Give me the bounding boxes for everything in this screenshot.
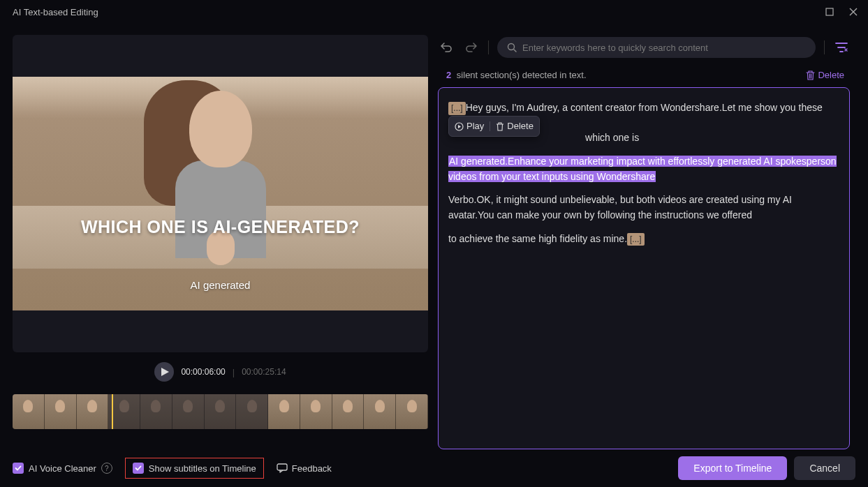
transcript-text[interactable]: which one is — [585, 132, 639, 143]
voice-cleaner-label: AI Voice Cleaner — [29, 463, 96, 474]
playback-bar: 00:00:06:00 | 00:00:25:14 — [13, 352, 428, 391]
export-button[interactable]: Export to Timeline — [678, 456, 787, 480]
right-panel: 2 silent section(s) detected in text. De… — [438, 35, 850, 449]
maximize-icon[interactable] — [823, 6, 836, 18]
transcript-text[interactable]: to achieve the same high fidelity as min… — [448, 233, 627, 244]
svg-rect-0 — [826, 8, 833, 15]
search-icon — [507, 43, 517, 52]
timeline-thumb[interactable] — [332, 394, 365, 429]
delete-selection-button[interactable]: Delete — [496, 119, 534, 133]
filter-button[interactable] — [833, 39, 850, 56]
silence-marker[interactable]: [...] — [448, 102, 466, 115]
delete-label: Delete — [818, 70, 844, 80]
transcript-highlight[interactable]: AI generated.Enhance your marketing impa… — [448, 156, 837, 182]
timeline-thumb[interactable] — [364, 394, 396, 429]
detection-label: silent section(s) detected in text. — [457, 70, 587, 80]
detection-bar: 2 silent section(s) detected in text. De… — [438, 67, 850, 87]
selection-menu: Play Delete — [448, 116, 540, 137]
feedback-icon — [277, 463, 288, 473]
play-icon — [161, 368, 169, 376]
playhead[interactable] — [112, 394, 113, 429]
time-total: 00:00:25:14 — [242, 367, 286, 377]
footer-left: AI Voice Cleaner ? Show subtitles on Tim… — [13, 458, 332, 479]
timeline-thumb[interactable] — [172, 394, 205, 429]
silence-marker[interactable]: [...] — [627, 233, 645, 246]
video-overlay-subtitle: AI generated — [191, 279, 251, 291]
search-input[interactable] — [522, 43, 806, 53]
transcript-toolbar — [438, 35, 850, 60]
svg-rect-3 — [277, 464, 287, 470]
footer: AI Voice Cleaner ? Show subtitles on Tim… — [0, 449, 868, 487]
feedback-label: Feedback — [292, 463, 332, 474]
video-canvas[interactable]: WHICH ONE IS AI-GENERATED? AI generated — [13, 77, 428, 310]
video-preview: WHICH ONE IS AI-GENERATED? AI generated — [13, 35, 428, 352]
transcript-line[interactable]: Verbo.OK, it might sound unbelievable, b… — [448, 193, 839, 223]
timeline-thumb[interactable] — [140, 394, 172, 429]
filter-icon — [835, 42, 848, 53]
time-current: 00:00:06:00 — [181, 367, 225, 377]
feedback-button[interactable]: Feedback — [277, 463, 332, 474]
redo-icon — [465, 41, 478, 54]
play-label: Play — [466, 119, 484, 133]
help-icon[interactable]: ? — [101, 463, 112, 474]
undo-icon — [440, 41, 453, 54]
titlebar: AI Text-based Editing — [0, 0, 868, 24]
timeline-thumb[interactable] — [205, 394, 237, 429]
detection-count: 2 — [446, 70, 451, 80]
separator — [488, 40, 489, 54]
timeline-thumb[interactable] — [45, 394, 77, 429]
timeline-thumb[interactable] — [396, 394, 428, 429]
delete-label: Delete — [507, 119, 534, 133]
left-panel: WHICH ONE IS AI-GENERATED? AI generated … — [13, 35, 428, 449]
undo-button[interactable] — [438, 39, 455, 56]
redo-button[interactable] — [463, 39, 480, 56]
video-subject — [158, 91, 284, 286]
delete-silent-button[interactable]: Delete — [806, 70, 844, 80]
voice-cleaner-checkbox[interactable]: AI Voice Cleaner ? — [13, 463, 112, 474]
close-icon[interactable] — [847, 6, 860, 18]
play-button[interactable] — [154, 362, 174, 382]
video-overlay-title: WHICH ONE IS AI-GENERATED? — [81, 217, 360, 237]
cancel-button[interactable]: Cancel — [794, 456, 855, 480]
separator — [490, 121, 490, 131]
timeline-thumb[interactable] — [77, 394, 109, 429]
play-circle-icon — [455, 122, 464, 131]
svg-point-1 — [508, 44, 515, 50]
trash-icon — [496, 122, 504, 131]
transcript-text[interactable]: Verbo.OK, it might sound unbelievable, b… — [448, 194, 792, 220]
transcript-line[interactable]: to achieve the same high fidelity as min… — [448, 232, 839, 247]
footer-right: Export to Timeline Cancel — [678, 456, 855, 480]
search-box[interactable] — [497, 37, 816, 58]
show-subtitles-checkbox[interactable]: Show subtitles on Timeline — [133, 463, 256, 474]
main-content: WHICH ONE IS AI-GENERATED? AI generated … — [0, 24, 868, 449]
transcript-box[interactable]: [...]Hey guys, I'm Audrey, a content cre… — [438, 87, 850, 449]
timeline-thumb[interactable] — [268, 394, 300, 429]
time-separator: | — [233, 367, 235, 377]
transcript-line[interactable]: AI generated.Enhance your marketing impa… — [448, 154, 839, 184]
timeline-thumb[interactable] — [300, 394, 332, 429]
window-title: AI Text-based Editing — [13, 7, 98, 17]
show-subtitles-label: Show subtitles on Timeline — [149, 463, 256, 474]
timeline[interactable] — [13, 394, 428, 429]
trash-icon — [806, 70, 815, 80]
timeline-thumb[interactable] — [108, 394, 140, 429]
window-controls — [823, 6, 860, 18]
timeline-thumb[interactable] — [13, 394, 45, 429]
highlighted-option: Show subtitles on Timeline — [125, 458, 264, 479]
timeline-thumb[interactable] — [236, 394, 268, 429]
separator — [824, 40, 825, 54]
checkbox-checked-icon — [13, 463, 24, 474]
detection-text: 2 silent section(s) detected in text. — [446, 70, 587, 80]
checkbox-checked-icon — [133, 463, 144, 474]
play-selection-button[interactable]: Play — [455, 119, 484, 133]
